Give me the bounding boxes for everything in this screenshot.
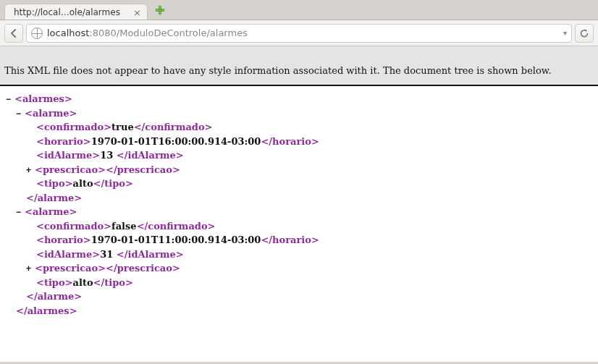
- collapse-toggle[interactable]: −: [16, 206, 25, 219]
- globe-icon: [31, 27, 43, 39]
- xml-field-horario: <horario>1970-01-01T16:00:00.914-03:00</…: [6, 135, 592, 149]
- xml-field-idalarme: <idAlarme>31 </idAlarme>: [6, 247, 592, 262]
- chevron-down-icon[interactable]: ▾: [563, 29, 567, 37]
- new-tab-button[interactable]: [153, 4, 167, 17]
- xml-field-confirmado: <confirmado>true</confirmado>: [6, 120, 592, 135]
- back-button[interactable]: [4, 24, 23, 43]
- plus-icon: [154, 4, 166, 16]
- collapse-toggle[interactable]: −: [6, 93, 14, 106]
- xml-field-tipo: <tipo>alto</tipo>: [6, 276, 592, 290]
- reload-icon: [579, 28, 589, 38]
- url-path: :8080/ModuloDeControle/alarmes: [89, 27, 248, 38]
- xml-field-idalarme: <idAlarme>13 </idAlarme>: [6, 148, 592, 163]
- xml-alarme-open: −<alarme>: [6, 106, 592, 121]
- close-icon[interactable]: ×: [133, 8, 141, 17]
- reload-button[interactable]: [575, 24, 594, 43]
- xml-field-prescricao: +<prescricao></prescricao>: [6, 261, 592, 276]
- nav-bar: localhost:8080/ModuloDeControle/alarmes …: [0, 20, 598, 46]
- tab-title: http://local…ole/alarmes: [14, 7, 120, 17]
- url-text: localhost:8080/ModuloDeControle/alarmes: [47, 27, 248, 38]
- xml-tree: −<alarmes> −<alarme> <confirmado>true</c…: [0, 86, 598, 362]
- collapse-toggle[interactable]: −: [16, 107, 25, 120]
- expand-toggle[interactable]: +: [26, 164, 35, 177]
- xml-notice: This XML file does not appear to have an…: [0, 46, 598, 86]
- browser-tab[interactable]: http://local…ole/alarmes ×: [4, 4, 148, 20]
- xml-field-tipo: <tipo>alto</tipo>: [6, 177, 592, 191]
- url-host: localhost: [47, 27, 89, 38]
- url-bar[interactable]: localhost:8080/ModuloDeControle/alarmes …: [26, 24, 572, 43]
- xml-root-open: −<alarmes>: [6, 92, 592, 106]
- tab-bar: http://local…ole/alarmes ×: [0, 0, 598, 20]
- svg-rect-1: [156, 9, 164, 12]
- xml-root-close: </alarmes>: [6, 304, 592, 318]
- xml-field-horario: <horario>1970-01-01T11:00:00.914-03:00</…: [6, 233, 592, 247]
- xml-alarme-close: </alarme>: [6, 289, 592, 304]
- xml-alarme-close: </alarme>: [6, 191, 592, 206]
- arrow-left-icon: [9, 28, 19, 38]
- xml-field-prescricao: +<prescricao></prescricao>: [6, 163, 592, 177]
- xml-field-confirmado: <confirmado>false</confirmado>: [6, 219, 592, 234]
- expand-toggle[interactable]: +: [26, 262, 35, 275]
- xml-alarme-open: −<alarme>: [6, 205, 592, 219]
